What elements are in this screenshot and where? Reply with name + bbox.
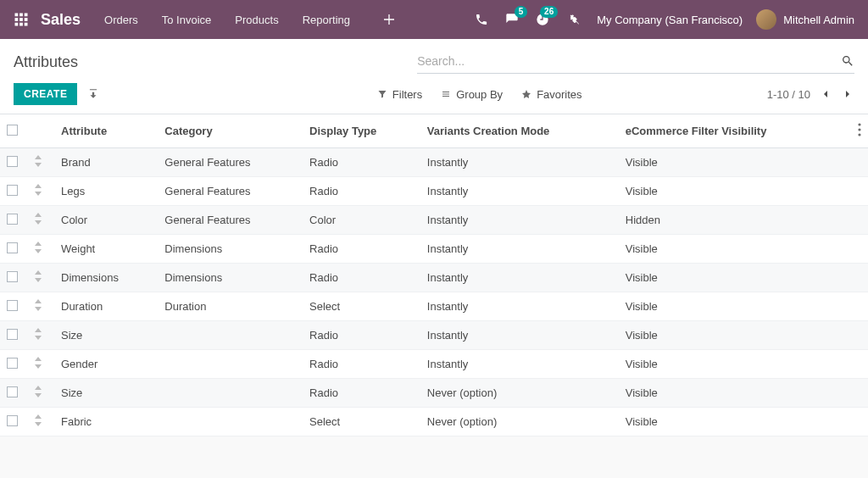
cell-variants-mode: Never (option) <box>420 408 619 436</box>
cell-ecom-filter: Visible <box>619 321 844 350</box>
groupby-button[interactable]: Group By <box>441 88 503 101</box>
row-checkbox[interactable] <box>7 415 18 426</box>
phone-icon[interactable] <box>475 13 488 26</box>
column-menu-icon[interactable] <box>858 126 861 139</box>
col-display-type[interactable]: Display Type <box>303 114 420 148</box>
company-switcher[interactable]: My Company (San Francisco) <box>597 14 743 26</box>
cell-variants-mode: Instantly <box>420 264 619 292</box>
cell-display-type: Radio <box>303 350 420 379</box>
table-row[interactable]: Gender Radio Instantly Visible <box>0 350 868 379</box>
cell-attribute: Color <box>54 206 158 235</box>
pager-prev-icon[interactable] <box>819 87 832 101</box>
favorites-button[interactable]: Favorites <box>521 88 581 101</box>
col-ecom-filter[interactable]: eCommerce Filter Visibility <box>619 114 844 148</box>
filters-button[interactable]: Filters <box>377 88 422 101</box>
drag-handle-icon[interactable] <box>34 328 42 340</box>
cell-display-type: Select <box>303 292 420 321</box>
groupby-label: Group By <box>456 88 503 101</box>
row-checkbox[interactable] <box>7 329 18 340</box>
cell-attribute: Size <box>54 321 158 350</box>
row-checkbox[interactable] <box>7 358 18 369</box>
activity-badge: 26 <box>540 6 558 18</box>
cell-variants-mode: Instantly <box>420 206 619 235</box>
avatar <box>756 9 776 30</box>
cell-attribute: Fabric <box>54 408 158 436</box>
row-checkbox[interactable] <box>7 185 18 196</box>
create-button[interactable]: CREATE <box>14 83 77 105</box>
row-checkbox[interactable] <box>7 156 18 167</box>
activity-icon-wrap[interactable]: 26 <box>536 13 549 26</box>
svg-rect-3 <box>15 18 19 21</box>
cell-attribute: Brand <box>54 148 158 177</box>
cell-display-type: Radio <box>303 177 420 206</box>
table-row[interactable]: Brand General Features Radio Instantly V… <box>0 148 868 177</box>
cell-display-type: Radio <box>303 379 420 408</box>
svg-point-9 <box>858 123 860 125</box>
drag-handle-icon[interactable] <box>34 184 42 196</box>
drag-handle-icon[interactable] <box>34 270 42 282</box>
drag-handle-icon[interactable] <box>34 357 42 369</box>
select-all-checkbox[interactable] <box>7 125 18 136</box>
cell-category <box>158 350 303 379</box>
drag-handle-icon[interactable] <box>34 299 42 311</box>
drag-handle-icon[interactable] <box>34 155 42 167</box>
cell-category <box>158 321 303 350</box>
cell-variants-mode: Instantly <box>420 292 619 321</box>
search-icon[interactable] <box>841 54 854 68</box>
table-row[interactable]: Dimensions Dimensions Radio Instantly Vi… <box>0 264 868 292</box>
drag-handle-icon[interactable] <box>34 242 42 253</box>
table-row[interactable]: Size Radio Never (option) Visible <box>0 379 868 408</box>
col-variants-mode[interactable]: Variants Creation Mode <box>420 114 619 148</box>
nav-products[interactable]: Products <box>235 14 278 26</box>
svg-point-10 <box>858 128 860 131</box>
col-category[interactable]: Category <box>158 114 303 148</box>
row-checkbox[interactable] <box>7 386 18 397</box>
cell-ecom-filter: Visible <box>619 379 844 408</box>
plus-icon[interactable] <box>382 13 396 26</box>
list-view: Attribute Category Display Type Variants… <box>0 114 868 436</box>
nav-to-invoice[interactable]: To Invoice <box>162 14 212 26</box>
col-attribute[interactable]: Attribute <box>54 114 158 148</box>
cell-ecom-filter: Visible <box>619 148 844 177</box>
cell-ecom-filter: Visible <box>619 292 844 321</box>
cell-category: Duration <box>158 292 303 321</box>
cell-category: General Features <box>158 148 303 177</box>
table-header-row: Attribute Category Display Type Variants… <box>0 114 868 148</box>
row-checkbox[interactable] <box>7 300 18 311</box>
tools-icon[interactable] <box>566 13 580 26</box>
row-checkbox[interactable] <box>7 214 18 225</box>
user-menu[interactable]: Mitchell Admin <box>756 9 854 30</box>
cell-attribute: Size <box>54 379 158 408</box>
drag-handle-icon[interactable] <box>34 386 42 397</box>
cell-variants-mode: Instantly <box>420 321 619 350</box>
import-icon[interactable] <box>87 88 99 100</box>
drag-handle-icon[interactable] <box>34 213 42 225</box>
messaging-icon-wrap[interactable]: 5 <box>505 13 519 26</box>
pager: 1-10 / 10 <box>767 87 854 101</box>
table-row[interactable]: Fabric Select Never (option) Visible <box>0 408 868 436</box>
pager-range[interactable]: 1-10 / 10 <box>767 88 810 101</box>
nav-reporting[interactable]: Reporting <box>303 14 350 26</box>
cell-ecom-filter: Visible <box>619 235 844 264</box>
table-row[interactable]: Color General Features Color Instantly H… <box>0 206 868 235</box>
pager-next-icon[interactable] <box>841 87 854 101</box>
apps-icon[interactable] <box>14 12 29 27</box>
table-row[interactable]: Weight Dimensions Radio Instantly Visibl… <box>0 235 868 264</box>
brand-title[interactable]: Sales <box>41 11 81 29</box>
drag-handle-icon[interactable] <box>34 414 42 426</box>
table-row[interactable]: Legs General Features Radio Instantly Vi… <box>0 177 868 206</box>
table-row[interactable]: Size Radio Instantly Visible <box>0 321 868 350</box>
svg-rect-0 <box>15 14 19 17</box>
row-checkbox[interactable] <box>7 242 18 253</box>
search-input[interactable] <box>417 51 834 71</box>
svg-point-11 <box>858 133 860 136</box>
cell-category: Dimensions <box>158 235 303 264</box>
cell-attribute: Duration <box>54 292 158 321</box>
cell-variants-mode: Instantly <box>420 177 619 206</box>
table-row[interactable]: Duration Duration Select Instantly Visib… <box>0 292 868 321</box>
nav-orders[interactable]: Orders <box>104 14 138 26</box>
cell-ecom-filter: Visible <box>619 264 844 292</box>
cell-category: General Features <box>158 206 303 235</box>
cell-ecom-filter: Visible <box>619 350 844 379</box>
row-checkbox[interactable] <box>7 271 18 282</box>
